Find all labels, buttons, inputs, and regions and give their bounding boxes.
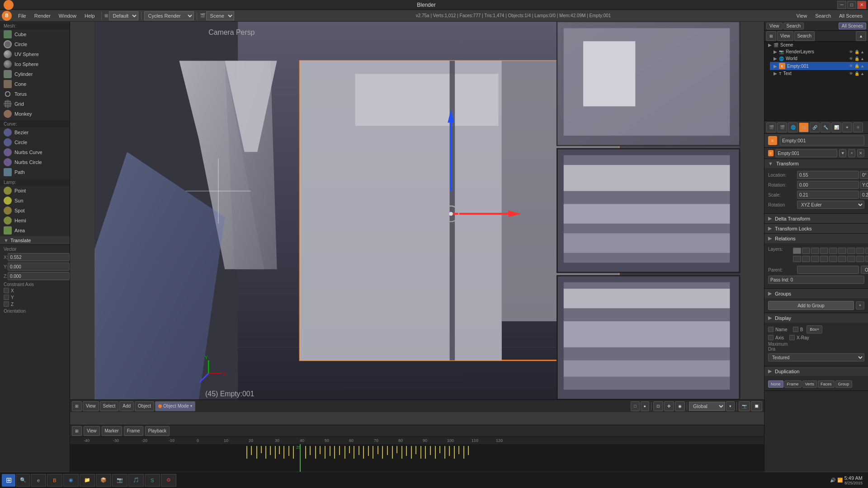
taskbar-app5[interactable]: ⚙ <box>161 474 176 487</box>
draw-mode-select[interactable]: Textured <box>768 353 864 361</box>
layer-4[interactable] <box>820 248 828 254</box>
dup-group-btn[interactable]: Group <box>835 380 852 388</box>
axis-checkbox[interactable] <box>768 335 774 340</box>
taskbar-search[interactable]: 🔍 <box>16 474 30 487</box>
taskbar-app3[interactable]: 🎵 <box>128 474 144 487</box>
all-scenes-tab[interactable]: All Scenes <box>839 23 866 29</box>
layer-8[interactable] <box>856 248 864 254</box>
menu-file[interactable]: File <box>14 12 30 19</box>
dup-none-btn[interactable]: None <box>768 380 783 388</box>
taskbar-ie[interactable]: e <box>31 474 46 487</box>
taskbar-app4[interactable]: S <box>145 474 160 487</box>
sidebar-item-circle[interactable]: Circle <box>0 39 70 49</box>
layer-6[interactable] <box>838 248 846 254</box>
dup-faces-btn[interactable]: Faces <box>818 380 835 388</box>
layer-12[interactable] <box>802 256 810 262</box>
dup-verts-btn[interactable]: Verts <box>802 380 817 388</box>
sidebar-item-icosphere[interactable]: Ico Sphere <box>0 59 70 69</box>
sidebar-item-cylinder[interactable]: Cylinder <box>0 69 70 79</box>
constraint-y-checkbox[interactable] <box>4 295 9 300</box>
browse-btn[interactable]: ▼ <box>839 149 846 157</box>
all-scenes-menu[interactable]: All Scenes <box>835 12 866 19</box>
layer-14[interactable] <box>820 256 828 262</box>
draw-solid-btn[interactable]: ● <box>641 401 649 411</box>
sidebar-item-monkey[interactable]: Monkey <box>0 109 70 119</box>
add-to-group-button[interactable]: Add to Group <box>768 301 854 310</box>
view-menu-btn[interactable]: View <box>83 401 99 411</box>
outliner-view-btn[interactable]: View <box>777 31 793 41</box>
timeline-frame-btn[interactable]: Frame <box>124 426 143 436</box>
layer-18[interactable] <box>856 256 864 262</box>
outliner-search-btn[interactable]: Search <box>794 31 815 41</box>
layer-15[interactable] <box>829 256 837 262</box>
particles-btn[interactable]: ✦ <box>842 122 852 132</box>
layout-select[interactable]: Default <box>109 11 138 20</box>
sidebar-item-cone[interactable]: Cone <box>0 79 70 89</box>
outliner-item-world[interactable]: ▶ 🌐 World 👁 🔒 ▲ <box>770 55 868 62</box>
scale-y-field[interactable] <box>860 191 868 199</box>
pivot-select[interactable]: Global <box>689 402 725 411</box>
sidebar-item-grid[interactable]: Grid <box>0 99 70 109</box>
maximize-button[interactable]: □ <box>847 1 856 9</box>
layer-5[interactable] <box>829 248 837 254</box>
sidebar-item-sun[interactable]: Sun <box>0 196 70 206</box>
editor-type-btn[interactable]: ⊞ <box>72 401 82 411</box>
sidebar-item-uvsphere[interactable]: UV Sphere <box>0 49 70 59</box>
transform-section-header[interactable]: ▼ Transform <box>764 159 868 168</box>
box-btn[interactable]: Box+ <box>807 325 822 333</box>
render-btn[interactable]: 🔲 <box>751 401 762 411</box>
layer-3[interactable] <box>811 248 819 254</box>
timeline-editor-btn[interactable]: ⊞ <box>72 426 82 436</box>
timeline-marker-btn[interactable]: Marker <box>102 426 122 436</box>
mode-select-btn[interactable]: Object Mode ▾ <box>155 401 195 411</box>
filter-restrict-btn[interactable]: ▲ <box>856 31 866 41</box>
layer-13[interactable] <box>811 256 819 262</box>
constraint-z-checkbox[interactable] <box>4 301 9 307</box>
pass-ind-field[interactable] <box>768 276 864 284</box>
taskbar-app1[interactable]: 📦 <box>96 474 111 487</box>
timeline-playback-btn[interactable]: Playback <box>145 426 170 436</box>
search-menu[interactable]: Search <box>811 12 835 19</box>
draw-wire-btn[interactable]: □ <box>631 401 639 411</box>
unlink-btn[interactable]: ✕ <box>857 149 864 157</box>
xray-checkbox[interactable] <box>789 335 795 340</box>
sidebar-item-nurbscircle[interactable]: Nurbs Circle <box>0 157 70 167</box>
menu-help[interactable]: Help <box>81 12 99 19</box>
physics-btn[interactable]: ⚛ <box>853 122 863 132</box>
new-btn[interactable]: + <box>848 149 855 157</box>
outliner-item-renderlayers[interactable]: ▶ 📷 RenderLayers 👁 🔒 ▲ <box>770 48 868 55</box>
close-button[interactable]: ✕ <box>857 1 866 9</box>
rotation-mode-select[interactable]: XYZ Euler <box>797 201 864 209</box>
camera-btn[interactable]: 📷 <box>739 401 750 411</box>
taskbar-blender[interactable]: B <box>47 474 62 487</box>
loc-x-field[interactable] <box>797 171 859 179</box>
layer-16[interactable] <box>838 256 846 262</box>
viewport[interactable]: (45) Empty:001 Camera Persp X Y <box>70 22 764 425</box>
dup-frames-btn[interactable]: Frame <box>784 380 802 388</box>
sidebar-item-nurbscurve[interactable]: Nurbs Curve <box>0 147 70 157</box>
scene-select[interactable]: Scene <box>206 11 234 20</box>
sidebar-item-torus[interactable]: Torus <box>0 89 70 99</box>
name-checkbox[interactable] <box>768 327 774 332</box>
x-field[interactable] <box>8 253 70 261</box>
scene-props-btn[interactable]: 🎬 <box>777 122 787 132</box>
layer-17[interactable] <box>847 256 855 262</box>
z-field[interactable] <box>8 272 70 280</box>
b-checkbox[interactable] <box>793 327 798 332</box>
layer-11[interactable] <box>793 256 801 262</box>
layer-1[interactable] <box>793 248 801 254</box>
view-tab[interactable]: View <box>766 23 783 29</box>
outliner-item-empty001[interactable]: ▶ E Empty:001 👁 🔒 ▲ <box>770 62 868 70</box>
outliner[interactable]: ⊞ View Search ▲ ▶ 🎬 Scene ▶ 📷 RenderLaye… <box>764 31 868 121</box>
sidebar-item-area[interactable]: Area <box>0 225 70 235</box>
engine-select[interactable]: Cycles Render <box>144 11 194 20</box>
rot-y-field[interactable] <box>860 181 868 189</box>
constraint-x-checkbox[interactable] <box>4 288 9 293</box>
scale-x-field[interactable] <box>797 191 859 199</box>
object-data-name-field[interactable] <box>775 149 837 157</box>
duplication-header[interactable]: ▶ Duplication <box>764 366 868 376</box>
outliner-editor-btn[interactable]: ⊞ <box>766 31 776 41</box>
pivot-toggle[interactable]: ▾ <box>726 401 735 411</box>
snap-btn[interactable]: ⊡ <box>653 401 663 411</box>
menu-render[interactable]: Render <box>31 12 54 19</box>
